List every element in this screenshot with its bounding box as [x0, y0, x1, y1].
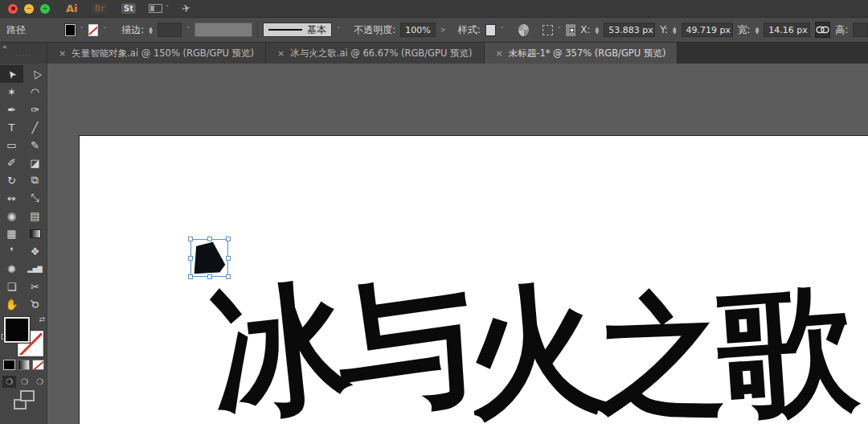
draw-inside-mode-icon[interactable]: ❍	[33, 376, 47, 388]
artwork-character-5[interactable]: 歌	[714, 278, 850, 424]
line-segment-tool[interactable]: ╱	[23, 118, 47, 136]
opacity-submenu-arrow-icon[interactable]: >	[440, 27, 446, 34]
artwork-character-2[interactable]: 与	[328, 270, 473, 424]
draw-normal-mode-icon[interactable]: ❍	[2, 376, 16, 388]
column-graph-tool[interactable]: ▂▅▇	[23, 260, 47, 278]
fill-swatch[interactable]	[4, 317, 30, 343]
style-chevron-icon[interactable]: ˅	[501, 27, 504, 34]
stroke-weight-field[interactable]	[158, 23, 182, 37]
paintbrush-tool[interactable]: ✎	[23, 136, 47, 154]
magic-wand-tool[interactable]: ✶	[0, 83, 23, 101]
perspective-grid-tool[interactable]: ▤	[23, 207, 47, 224]
zoom-tool[interactable]: ⚲	[23, 295, 47, 313]
eyedropper-tool[interactable]: ❜	[0, 242, 23, 260]
panel-grip-icon[interactable]: ·····	[15, 51, 31, 60]
recolor-artwork-icon[interactable]	[518, 24, 529, 36]
bridge-icon[interactable]: Br	[92, 3, 108, 14]
eraser-tool[interactable]: ◪	[23, 154, 47, 171]
width-tool[interactable]: ↭	[0, 189, 23, 207]
symbol-sprayer-tool[interactable]: ✺	[0, 260, 23, 278]
height-field[interactable]	[853, 23, 868, 37]
style-swatch[interactable]	[485, 24, 496, 36]
minimize-window-button[interactable]: −	[24, 4, 34, 14]
artwork-character-4[interactable]: 之	[593, 290, 717, 424]
free-transform-tool[interactable]: ⤡	[23, 189, 47, 207]
fullscreen-window-button[interactable]: +	[40, 4, 50, 14]
brush-chevron-icon[interactable]: ˅	[337, 27, 340, 34]
selection-handle-ne[interactable]	[226, 237, 231, 241]
selection-overlay[interactable]	[190, 239, 228, 277]
magic-wand-tool-icon: ✶	[7, 86, 16, 98]
close-tab-icon[interactable]: ×	[59, 48, 66, 59]
swap-fill-stroke-icon[interactable]: ⇄	[39, 315, 45, 323]
close-tab-icon[interactable]: ×	[277, 48, 285, 59]
isolate-chevron-icon[interactable]: ˅	[558, 27, 561, 34]
artwork-character-1[interactable]: 冰	[203, 276, 344, 424]
rotate-tool[interactable]: ↻	[0, 171, 23, 189]
isolate-selection-icon[interactable]	[542, 25, 553, 35]
stroke-weight-chevron-icon[interactable]: ˅	[186, 27, 190, 34]
document-tab-2[interactable]: × 冰与火之歌.ai @ 66.67% (RGB/GPU 预览)	[266, 43, 485, 64]
close-tab-icon[interactable]: ×	[496, 48, 503, 59]
column-graph-tool-icon: ▂▅▇	[27, 266, 42, 273]
stock-icon[interactable]: St	[121, 3, 136, 14]
stroke-weight-stepper[interactable]: ▲▼	[149, 26, 153, 34]
width-stepper[interactable]: ▲▼	[755, 26, 760, 34]
gradient-tool[interactable]	[23, 224, 47, 242]
opacity-field[interactable]: 100%	[400, 23, 435, 37]
type-tool[interactable]: T	[0, 118, 23, 136]
direct-selection-tool[interactable]: ▷	[23, 65, 47, 83]
artwork-character-3[interactable]: 火	[459, 277, 597, 424]
close-window-button[interactable]	[8, 4, 18, 14]
reference-point-icon[interactable]	[566, 24, 576, 36]
width-tool-icon: ↭	[7, 192, 16, 204]
selection-handle-s[interactable]	[207, 274, 212, 279]
artwork-lettering[interactable]: 冰 与 火 之 歌	[211, 282, 845, 421]
scale-tool[interactable]: ⧉	[23, 171, 47, 189]
mesh-tool[interactable]: ▦	[0, 224, 23, 242]
gradient-button[interactable]	[18, 360, 30, 370]
shape-builder-tool[interactable]: ◉	[0, 207, 23, 224]
workspace-switcher[interactable]: ˅	[149, 4, 169, 13]
selection-handle-w[interactable]	[188, 256, 193, 261]
constrain-proportions-button[interactable]	[815, 22, 830, 38]
selection-handle-nw[interactable]	[188, 237, 193, 241]
hand-tool[interactable]: ✋	[0, 295, 23, 313]
blend-tool[interactable]: ❖	[23, 242, 47, 260]
selection-handle-se[interactable]	[226, 274, 231, 279]
selection-handle-e[interactable]	[226, 256, 231, 261]
fill-chevron-icon[interactable]: ˅	[80, 27, 84, 34]
artboard[interactable]: 冰 与 火 之 歌	[79, 135, 868, 424]
change-screen-mode-icon[interactable]	[14, 390, 35, 410]
none-button[interactable]	[32, 360, 44, 370]
fill-color-swatch[interactable]	[65, 24, 76, 36]
selection-handle-sw[interactable]	[188, 274, 193, 279]
selection-tool[interactable]: ➤	[0, 65, 23, 83]
x-field[interactable]: 53.883 px	[604, 23, 655, 37]
stroke-chevron-icon[interactable]: ˅	[103, 27, 106, 34]
width-field[interactable]: 14.16 px	[764, 23, 810, 37]
curvature-tool[interactable]: ✑	[23, 101, 47, 118]
x-stepper[interactable]: ▲▼	[596, 26, 600, 34]
artboard-tool[interactable]: ❏	[0, 278, 23, 295]
document-tab-1[interactable]: × 矢量智能对象.ai @ 150% (RGB/GPU 预览)	[47, 43, 266, 64]
document-tab-3-active[interactable]: × 未标题-1* @ 357% (RGB/GPU 预览)	[485, 43, 678, 64]
y-field[interactable]: 49.719 px	[682, 23, 733, 37]
titlebar: − + Ai Br St ˅ ✈	[0, 0, 868, 18]
lasso-tool[interactable]: ◠	[23, 83, 47, 101]
color-button[interactable]	[3, 360, 15, 370]
shaper-tool[interactable]: ✐	[0, 154, 23, 171]
shape-builder-tool-icon: ◉	[7, 210, 16, 222]
y-stepper[interactable]: ▲▼	[673, 26, 677, 34]
stroke-color-swatch[interactable]	[88, 24, 99, 36]
draw-behind-mode-icon[interactable]: ❍	[18, 376, 31, 388]
collapse-panel-icon[interactable]: «	[2, 43, 7, 51]
type-tool-icon: T	[9, 121, 15, 134]
canvas[interactable]: 冰 与 火 之 歌	[47, 64, 868, 424]
selection-handle-n[interactable]	[207, 237, 212, 241]
slice-tool[interactable]: ✂	[23, 278, 47, 295]
share-icon[interactable]: ✈	[181, 2, 191, 14]
brush-definition-dropdown[interactable]: 基本	[263, 23, 332, 37]
pen-tool[interactable]: ✒	[0, 101, 23, 118]
rectangle-tool[interactable]: ▭	[0, 136, 23, 154]
